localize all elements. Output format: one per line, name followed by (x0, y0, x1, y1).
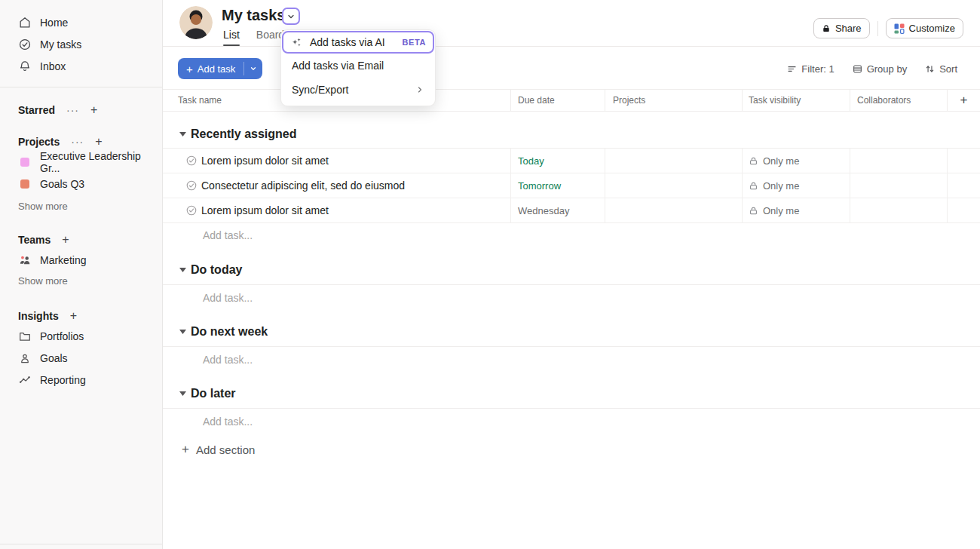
lock-icon (749, 156, 758, 166)
sidebar-item-label: Inbox (40, 60, 66, 72)
column-header-task-visibility: Task visibility (743, 90, 850, 111)
tab-board[interactable]: Board (256, 29, 284, 46)
caret-down-icon[interactable] (179, 391, 186, 396)
task-collaborators-cell[interactable] (850, 198, 948, 222)
sidebar-item-label: Reporting (40, 374, 86, 386)
view-tabs: List Board (223, 29, 284, 46)
task-check-icon[interactable] (185, 204, 198, 216)
add-section-button[interactable]: + Add section (163, 434, 980, 465)
sidebar-team-marketing[interactable]: Marketing (0, 249, 162, 271)
task-collaborators-cell[interactable] (850, 173, 948, 198)
section-title[interactable]: Do today (191, 263, 242, 277)
menu-item-sync-export[interactable]: Sync/Export (281, 78, 435, 102)
group-title: Starred (18, 104, 55, 116)
section-header-recently-assigned: Recently assigned (163, 121, 980, 149)
task-check-icon[interactable] (185, 179, 198, 192)
task-name[interactable]: Consectetur adipiscing elit, sed do eius… (201, 179, 405, 192)
ellipsis-icon[interactable]: ··· (71, 136, 84, 148)
view-controls: Filter: 1 Group by Sort (787, 58, 957, 79)
add-task-inline[interactable]: Add task... (163, 409, 980, 434)
plus-icon[interactable]: + (62, 233, 69, 247)
filter-icon (787, 64, 797, 74)
task-projects-cell[interactable] (605, 198, 743, 222)
task-due-date[interactable]: Tomorrow (511, 173, 605, 198)
sidebar-item-label: Goals (40, 352, 68, 364)
folder-icon (18, 330, 32, 343)
task-check-icon[interactable] (185, 155, 198, 167)
task-due-date[interactable]: Wednesday (511, 198, 605, 222)
title-options-dropdown-menu: Add tasks via AI BETA Add tasks via Emai… (281, 30, 435, 106)
button-divider (877, 21, 878, 36)
sidebar-project-executive-leadership[interactable]: Executive Leadership Gr... (0, 151, 162, 173)
sidebar-item-reporting[interactable]: Reporting (0, 369, 162, 391)
avatar (179, 6, 213, 39)
section-header-do-later: Do later (163, 379, 980, 409)
sidebar-item-home[interactable]: Home (0, 11, 162, 33)
title-options-chevron-button[interactable] (282, 8, 300, 25)
chevron-right-icon (415, 85, 424, 94)
task-visibility[interactable]: Only me (743, 149, 850, 173)
section-title[interactable]: Do next week (191, 325, 268, 339)
task-extra-cell (948, 173, 980, 198)
add-task-split-button[interactable]: + Add task (178, 58, 262, 79)
task-due-date[interactable]: Today (511, 149, 605, 173)
task-row[interactable]: Consectetur adipiscing elit, sed do eius… (163, 173, 980, 198)
group-by-control[interactable]: Group by (853, 63, 907, 75)
menu-item-add-tasks-via-ai[interactable]: Add tasks via AI BETA (282, 31, 434, 54)
person-icon (18, 351, 32, 365)
plus-icon[interactable]: + (90, 103, 97, 117)
section-title[interactable]: Recently assigned (191, 127, 297, 141)
team-label: Marketing (40, 254, 86, 266)
caret-down-icon[interactable] (179, 330, 186, 334)
sidebar-group-projects: Projects ··· + (0, 133, 162, 151)
filter-control[interactable]: Filter: 1 (787, 63, 834, 75)
asana-my-tasks-app: Home My tasks Inbox Starred ··· + Projec… (0, 0, 980, 549)
caret-down-icon[interactable] (179, 132, 186, 136)
plus-icon: + (182, 442, 189, 457)
tab-list[interactable]: List (223, 29, 240, 46)
people-icon (18, 253, 32, 267)
sidebar-item-goals[interactable]: Goals (0, 347, 162, 369)
customize-button[interactable]: Customize (886, 18, 963, 38)
add-task-inline[interactable]: Add task... (163, 285, 980, 311)
section-title[interactable]: Do later (191, 387, 236, 400)
sidebar-project-goals-q3[interactable]: Goals Q3 (0, 173, 162, 195)
menu-item-add-tasks-via-email[interactable]: Add tasks via Email (281, 54, 435, 78)
sidebar-group-starred: Starred ··· + (0, 101, 162, 119)
group-by-icon (853, 64, 862, 74)
sidebar: Home My tasks Inbox Starred ··· + Projec… (0, 0, 163, 549)
plus-icon[interactable]: + (70, 309, 77, 323)
task-row[interactable]: Lorem ipsum dolor sit amet Today Only me (163, 149, 980, 173)
sort-control[interactable]: Sort (925, 63, 957, 75)
sidebar-divider (0, 87, 162, 87)
add-task-inline[interactable]: Add task... (163, 223, 980, 247)
task-row[interactable]: Lorem ipsum dolor sit amet Wednesday Onl… (163, 198, 980, 223)
task-projects-cell[interactable] (605, 149, 743, 173)
task-collaborators-cell[interactable] (850, 149, 948, 173)
task-visibility[interactable]: Only me (743, 173, 850, 198)
sidebar-item-my-tasks[interactable]: My tasks (0, 33, 162, 55)
main-content: My tasks List Board Share Customize (163, 0, 980, 549)
add-task-button[interactable]: + Add task (178, 58, 243, 79)
teams-show-more[interactable]: Show more (0, 272, 162, 289)
sidebar-item-inbox[interactable]: Inbox (0, 55, 162, 77)
sort-arrows-icon (925, 64, 935, 74)
chart-icon (18, 373, 32, 387)
task-projects-cell[interactable] (605, 173, 743, 198)
share-button[interactable]: Share (813, 18, 870, 38)
caret-down-icon[interactable] (179, 268, 186, 272)
add-task-inline[interactable]: Add task... (163, 347, 980, 373)
plus-icon[interactable]: + (95, 135, 102, 149)
projects-show-more[interactable]: Show more (0, 198, 162, 214)
sidebar-item-label: Portfolios (40, 330, 84, 342)
sidebar-item-label: Home (40, 17, 68, 29)
add-column-button[interactable]: + (948, 90, 980, 111)
ellipsis-icon[interactable]: ··· (66, 104, 79, 116)
task-visibility[interactable]: Only me (743, 198, 850, 222)
sidebar-item-portfolios[interactable]: Portfolios (0, 325, 162, 347)
lock-icon (749, 181, 758, 191)
task-name[interactable]: Lorem ipsum dolor sit amet (201, 155, 329, 167)
section-header-do-today: Do today (163, 255, 980, 285)
task-name[interactable]: Lorem ipsum dolor sit amet (201, 204, 329, 216)
add-task-options-chevron[interactable] (244, 58, 262, 79)
